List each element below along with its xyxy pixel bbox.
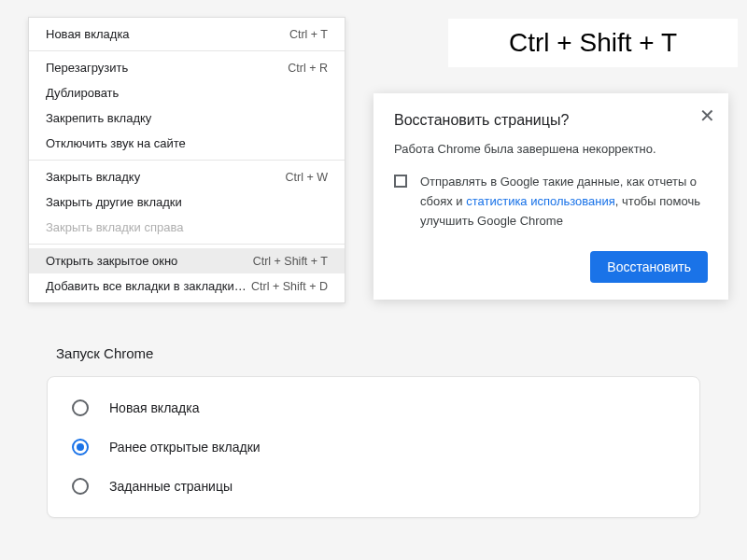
radio-label: Новая вкладка [109,400,200,415]
dialog-checkbox-row[interactable]: Отправлять в Google такие данные, как от… [394,173,708,231]
radio-icon[interactable] [72,478,89,495]
radio-label: Ранее открытые вкладки [109,440,261,455]
tab-context-menu: Новая вкладка Ctrl + T Перезагрузить Ctr… [28,17,345,303]
close-icon[interactable]: ✕ [699,106,715,125]
startup-option-specific-pages[interactable]: Заданные страницы [48,467,699,506]
menu-label: Перезагрузить [46,61,128,75]
radio-label: Заданные страницы [109,479,233,494]
menu-item-close-other-tabs[interactable]: Закрыть другие вкладки [29,189,345,215]
menu-item-pin-tab[interactable]: Закрепить вкладку [29,105,345,131]
restore-pages-dialog: ✕ Восстановить страницы? Работа Chrome б… [374,93,728,300]
menu-label: Добавить все вкладки в закладки… [46,279,247,293]
settings-heading: Запуск Chrome [56,345,700,361]
menu-section: Закрыть вкладку Ctrl + W Закрыть другие … [29,161,345,245]
menu-shortcut: Ctrl + T [289,28,328,41]
menu-item-new-tab[interactable]: Новая вкладка Ctrl + T [29,21,345,47]
radio-icon[interactable] [72,399,89,416]
menu-shortcut: Ctrl + Shift + D [251,280,328,293]
menu-label: Отключить звук на сайте [46,136,186,150]
checkbox-icon[interactable] [394,175,407,188]
dialog-title: Восстановить страницы? [394,112,708,129]
menu-label: Закрыть вкладку [46,170,140,184]
startup-settings: Запуск Chrome Новая вкладка Ранее открыт… [47,345,700,518]
menu-item-reload[interactable]: Перезагрузить Ctrl + R [29,55,345,80]
menu-item-bookmark-all-tabs[interactable]: Добавить все вкладки в закладки… Ctrl + … [29,273,345,299]
menu-section: Открыть закрытое окно Ctrl + Shift + T Д… [29,245,345,302]
menu-label: Новая вкладка [46,27,130,41]
menu-shortcut: Ctrl + Shift + T [253,255,328,268]
menu-label: Дублировать [46,86,119,100]
dialog-actions: Восстановить [394,251,708,283]
checkbox-label: Отправлять в Google такие данные, как от… [420,173,708,231]
menu-label: Закрыть вкладки справа [46,220,183,234]
menu-shortcut: Ctrl + R [288,62,328,75]
menu-section: Новая вкладка Ctrl + T [29,18,345,51]
menu-item-mute-site[interactable]: Отключить звук на сайте [29,131,345,156]
menu-label: Открыть закрытое окно [46,254,177,268]
startup-option-continue[interactable]: Ранее открытые вкладки [48,427,699,467]
menu-item-duplicate[interactable]: Дублировать [29,80,345,105]
shortcut-display: Ctrl + Shift + T [448,19,738,67]
menu-item-reopen-closed-window[interactable]: Открыть закрытое окно Ctrl + Shift + T [29,248,345,273]
menu-label: Закрыть другие вкладки [46,195,182,209]
menu-section: Перезагрузить Ctrl + R Дублировать Закре… [29,51,345,161]
radio-icon[interactable] [72,439,89,455]
dialog-subtitle: Работа Chrome была завершена некорректно… [394,142,708,156]
menu-item-close-tab[interactable]: Закрыть вкладку Ctrl + W [29,164,345,189]
menu-item-close-tabs-right: Закрыть вкладки справа [29,215,345,240]
usage-stats-link[interactable]: статистика использования [466,194,615,208]
settings-card: Новая вкладка Ранее открытые вкладки Зад… [47,376,700,518]
startup-option-new-tab[interactable]: Новая вкладка [48,388,699,427]
menu-shortcut: Ctrl + W [286,171,328,184]
restore-button[interactable]: Восстановить [590,251,708,283]
menu-label: Закрепить вкладку [46,111,151,125]
